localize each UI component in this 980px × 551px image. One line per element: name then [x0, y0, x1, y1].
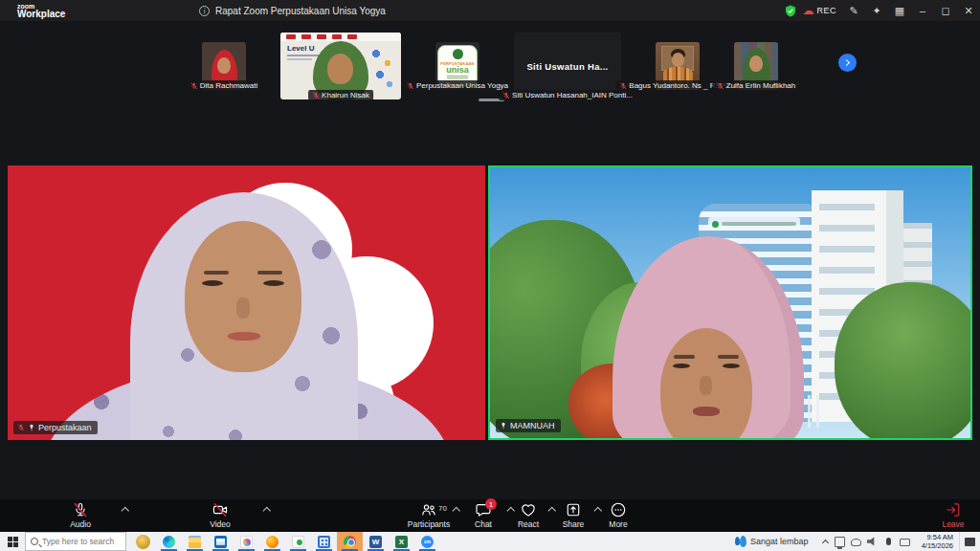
taskbar-app-excel[interactable]: X — [389, 532, 414, 551]
mic-muted-icon — [502, 92, 510, 99]
participant-name-tag: Zulfa Erlin Muflikhah — [713, 80, 799, 91]
participant-name-tag: Khairun Nisak — [308, 90, 373, 100]
tray-hidden-icons-caret[interactable] — [822, 539, 829, 545]
more-ellipsis-icon — [610, 501, 627, 518]
gallery-tile-zulfa[interactable]: Zulfa Erlin Muflikhah — [734, 42, 778, 90]
notification-icon — [965, 538, 975, 546]
speaker-videos: Perpustakaan — [8, 165, 972, 440]
edge-icon — [163, 536, 175, 548]
view-layout-icon[interactable]: ▦ — [888, 0, 911, 21]
chevron-right-icon — [843, 59, 850, 66]
windows-taskbar: W X zm Sangat lembap 9:54 AM 4/15/2026 — [0, 532, 980, 551]
paint-icon — [240, 536, 253, 548]
taskbar-app-zoom[interactable]: zm — [414, 532, 440, 551]
taskbar-app-line[interactable] — [285, 532, 311, 551]
annotate-pencil-icon[interactable]: ✎ — [842, 0, 865, 21]
mic-muted-icon — [619, 82, 627, 90]
gallery-tile-bagus[interactable]: Bagus Yudantoro. Ns _ RSPAU — [656, 42, 700, 90]
green-dot-app-icon — [292, 536, 304, 548]
gallery-tile-dita[interactable]: Dita Rachmawati — [202, 42, 246, 90]
meeting-stage: Dita Rachmawati Level U Khairun Nisak — [0, 21, 980, 499]
gallery-next-page-button[interactable] — [838, 54, 857, 72]
participants-count: 70 — [438, 504, 447, 513]
leave-button[interactable]: Leave — [918, 501, 980, 529]
mic-muted-icon — [190, 82, 198, 90]
ai-companion-icon[interactable]: ✦ — [865, 0, 888, 21]
encryption-shield-icon — [779, 0, 802, 21]
banner-text: Level U — [287, 44, 314, 53]
close-button[interactable]: ✕ — [957, 0, 980, 21]
weather-label: Sangat lembap — [750, 537, 809, 546]
tree — [835, 282, 972, 440]
excel-icon: X — [395, 536, 408, 548]
display-tray-icon[interactable] — [835, 537, 845, 547]
zoom-workplace-logo: zoom Workplace — [17, 3, 65, 19]
clock-date: 4/15/2026 — [922, 541, 953, 550]
cloud-record-icon: ☁ — [802, 4, 813, 17]
title-bar: zoom Workplace i Rapat Zoom Perpustakaan… — [0, 0, 980, 21]
video-options-caret[interactable] — [264, 508, 270, 514]
mic-muted-icon — [717, 82, 724, 90]
meeting-title: Rapat Zoom Perpustakaan Unisa Yogya — [215, 6, 386, 16]
mic-muted-icon — [17, 424, 25, 431]
pin-icon — [28, 424, 35, 431]
mail-icon — [214, 536, 227, 548]
taskbar-app-explorer[interactable] — [182, 532, 208, 551]
heart-icon — [520, 501, 537, 518]
recording-indicator[interactable]: ☁ REC — [802, 4, 836, 17]
leave-meeting-icon — [945, 501, 962, 518]
participant-face — [185, 221, 301, 372]
start-button[interactable] — [0, 532, 25, 551]
speaker-tray-icon[interactable] — [867, 537, 878, 547]
taskbar-app-chrome-alert[interactable] — [337, 532, 363, 551]
gallery-tile-perpustakaan[interactable]: PERPUSTAKAAN unisa Perpustakaan Unisa Yo… — [435, 42, 479, 90]
search-input[interactable] — [42, 537, 119, 546]
microphone-tray-icon[interactable] — [886, 538, 891, 545]
taskbar-app-edge[interactable] — [156, 532, 182, 551]
meeting-info[interactable]: i Rapat Zoom Perpustakaan Unisa Yogya — [199, 0, 386, 21]
unisa-emblem-icon — [453, 49, 463, 59]
firefox-icon — [266, 536, 278, 548]
action-center-button[interactable] — [959, 532, 980, 551]
maximize-button[interactable]: ◻ — [934, 0, 957, 21]
taskbar-app-paint[interactable] — [234, 532, 259, 551]
taskbar-search[interactable] — [25, 532, 126, 551]
file-explorer-icon — [189, 536, 201, 548]
taskbar-app-firefox[interactable] — [259, 532, 285, 551]
mic-muted-icon — [312, 92, 320, 99]
more-button[interactable]: More — [583, 501, 654, 529]
main-video-perpustakaan[interactable]: Perpustakaan — [8, 165, 485, 440]
display-name: Siti Uswatun Ha... — [526, 61, 608, 72]
taskbar-app-calculator[interactable] — [311, 532, 337, 551]
participants-icon — [420, 501, 437, 518]
video-name-tag-right: MAMNUAH — [496, 419, 561, 432]
main-video-mamnuah-active-speaker[interactable]: MAMNUAH — [488, 165, 972, 440]
audio-button[interactable]: Audio — [45, 501, 116, 529]
taskbar-app-mail[interactable] — [208, 532, 234, 551]
taskbar-clock[interactable]: 9:54 AM 4/15/2026 — [916, 533, 959, 550]
zoom-app-icon: zm — [421, 536, 434, 548]
audio-options-caret[interactable] — [122, 508, 128, 514]
word-icon: W — [369, 536, 382, 548]
photo-app-icon — [136, 535, 150, 549]
onedrive-tray-icon[interactable] — [851, 539, 861, 546]
campus-building-sign — [708, 217, 800, 231]
gallery-tile-khairun[interactable]: Level U Khairun Nisak — [280, 33, 401, 99]
rec-label: REC — [816, 6, 836, 15]
gallery-tile-siti[interactable]: Siti Uswatun Ha... Siti Uswatun Hasanah_… — [514, 33, 621, 99]
video-button[interactable]: Video — [185, 501, 256, 529]
taskbar-app-word[interactable]: W — [363, 532, 389, 551]
participant-name-tag: Siti Uswatun Hasanah_IAIN Ponti... — [499, 90, 636, 100]
search-icon — [31, 538, 38, 545]
keyboard-tray-icon[interactable] — [900, 539, 910, 546]
video-name-tag-left: Perpustakaan — [13, 421, 98, 434]
minimize-button[interactable]: – — [911, 0, 934, 21]
mic-off-icon — [72, 501, 89, 518]
share-screen-icon — [565, 501, 582, 518]
clock-time: 9:54 AM — [922, 533, 953, 541]
taskbar-weather[interactable]: Sangat lembap — [727, 536, 816, 548]
video-off-icon — [212, 501, 229, 518]
taskbar-app-photo[interactable] — [130, 532, 156, 551]
calculator-icon — [318, 536, 330, 548]
gallery-strip: Dita Rachmawati Level U Khairun Nisak — [0, 30, 980, 102]
